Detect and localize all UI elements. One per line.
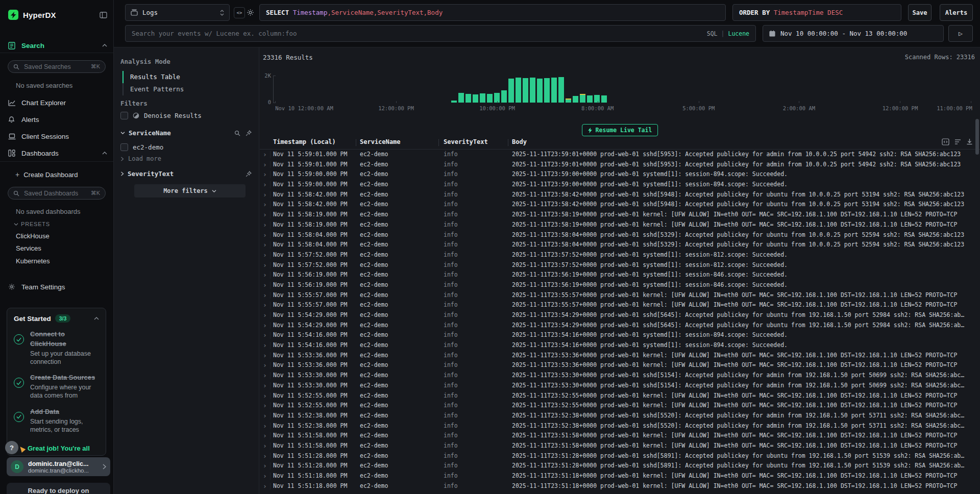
row-expand-icon[interactable]: › [263, 240, 267, 250]
row-expand-icon[interactable]: › [263, 220, 267, 230]
chart-bar[interactable] [473, 94, 478, 103]
filter-value-ec2-demo[interactable]: ec2-demo [120, 143, 163, 151]
row-expand-icon[interactable]: › [263, 461, 267, 471]
run-query-button[interactable]: ▷ [948, 25, 973, 42]
table-row[interactable]: ›Nov 11 5:58:42.000 PMec2-demoinfo2025-1… [260, 200, 980, 210]
row-expand-icon[interactable]: › [263, 451, 267, 461]
table-row[interactable]: ›Nov 11 5:51:58.000 PMec2-demoinfo2025-1… [260, 431, 980, 441]
sidebar-collapse-icon[interactable] [100, 12, 107, 18]
row-expand-icon[interactable]: › [263, 150, 267, 160]
chart-bar[interactable] [587, 95, 593, 103]
preset-services[interactable]: Services [16, 244, 41, 252]
row-expand-icon[interactable]: › [263, 210, 267, 220]
table-row[interactable]: ›Nov 11 5:58:04.000 PMec2-demoinfo2025-1… [260, 230, 980, 240]
checkbox[interactable] [120, 143, 128, 151]
table-row[interactable]: ›Nov 11 5:51:18.000 PMec2-demoinfo2025-1… [260, 471, 980, 481]
column-header-timestamp[interactable]: Timestamp (Local) [273, 138, 336, 145]
table-row[interactable]: ›Nov 11 5:54:16.000 PMec2-demoinfo2025-1… [260, 340, 980, 351]
table-row[interactable]: ›Nov 11 5:51:18.000 PMec2-demoinfo2025-1… [260, 481, 980, 491]
chart-bar[interactable] [544, 78, 550, 103]
resume-live-tail-button[interactable]: Resume Live Tail [582, 124, 658, 136]
column-header-body[interactable]: Body [512, 138, 527, 145]
table-row[interactable]: ›Nov 11 5:58:42.000 PMec2-demoinfo2025-1… [260, 190, 980, 200]
chart-bar[interactable] [601, 95, 607, 103]
table-row[interactable]: ›Nov 11 5:57:52.000 PMec2-demoinfo2025-1… [260, 260, 980, 270]
row-expand-icon[interactable]: › [263, 401, 267, 411]
chart-bar[interactable] [487, 94, 493, 103]
row-expand-icon[interactable]: › [263, 260, 267, 270]
row-expand-icon[interactable]: › [263, 230, 267, 240]
saved-dashboards-field[interactable] [23, 189, 89, 197]
get-started-item[interactable]: Connect to ClickHouseSet up your databas… [14, 329, 99, 366]
chart-bar[interactable] [523, 78, 528, 103]
row-expand-icon[interactable]: › [263, 180, 267, 190]
saved-dashboards-input[interactable]: ⌘K [8, 187, 106, 200]
table-row[interactable]: ›Nov 11 5:53:30.000 PMec2-demoinfo2025-1… [260, 381, 980, 391]
sidebar-item-client-sessions[interactable]: Client Sessions [8, 131, 107, 142]
row-expand-icon[interactable]: › [263, 370, 267, 381]
row-expand-icon[interactable]: › [263, 340, 267, 351]
row-expand-icon[interactable]: › [263, 330, 267, 340]
sidebar-item-dashboards[interactable]: Dashboards [8, 147, 107, 159]
table-row[interactable]: ›Nov 11 5:52:38.000 PMec2-demoinfo2025-1… [260, 421, 980, 431]
date-range-picker[interactable]: Nov 10 00:00:00 - Nov 13 00:00:00 [763, 25, 944, 42]
deploy-banner[interactable]: Ready to deploy on [7, 483, 110, 494]
create-dashboard-button[interactable]: + Create Dashboard [15, 169, 107, 180]
table-row[interactable]: ›Nov 11 5:53:30.000 PMec2-demoinfo2025-1… [260, 370, 980, 381]
chart-bar[interactable] [480, 93, 485, 103]
column-divider[interactable] [438, 139, 439, 146]
sidebar-item-search[interactable]: Search [8, 40, 107, 51]
table-row[interactable]: ›Nov 11 5:51:58.000 PMec2-demoinfo2025-1… [260, 441, 980, 451]
row-expand-icon[interactable]: › [263, 421, 267, 431]
table-row[interactable]: ›Nov 11 5:58:04.000 PMec2-demoinfo2025-1… [260, 240, 980, 250]
table-row[interactable]: ›Nov 11 5:55:57.000 PMec2-demoinfo2025-1… [260, 300, 980, 310]
column-divider[interactable] [508, 139, 508, 146]
row-expand-icon[interactable]: › [263, 381, 267, 391]
filter-group-severitytext[interactable]: SeverityText [120, 170, 252, 178]
sql-toggle[interactable]: SQL [707, 30, 718, 37]
row-expand-icon[interactable]: › [263, 441, 267, 451]
filter-group-servicename[interactable]: ServiceName [120, 129, 252, 137]
table-row[interactable]: ›Nov 11 5:55:57.000 PMec2-demoinfo2025-1… [260, 290, 980, 301]
row-expand-icon[interactable]: › [263, 471, 267, 481]
saved-searches-field[interactable] [23, 63, 89, 71]
mode-event-patterns[interactable]: Event Patterns [122, 83, 253, 95]
table-row[interactable]: ›Nov 11 5:54:16.000 PMec2-demoinfo2025-1… [260, 330, 980, 340]
gear-icon-button[interactable] [245, 7, 255, 17]
chart-bar[interactable] [516, 78, 521, 103]
table-row[interactable]: ›Nov 11 5:51:28.000 PMec2-demoinfo2025-1… [260, 451, 980, 461]
column-divider[interactable] [356, 139, 356, 146]
chart-bar[interactable] [508, 79, 514, 103]
row-expand-icon[interactable]: › [263, 270, 267, 280]
row-expand-icon[interactable]: › [263, 200, 267, 210]
row-expand-icon[interactable]: › [263, 190, 267, 200]
table-row[interactable]: ›Nov 11 5:53:36.000 PMec2-demoinfo2025-1… [260, 360, 980, 370]
mode-results-table[interactable]: Results Table [122, 71, 253, 83]
table-row[interactable]: ›Nov 11 5:59:01.000 PMec2-demoinfo2025-1… [260, 160, 980, 170]
user-menu[interactable]: D dominic.tran@clic... dominic.tran@clic… [7, 457, 110, 476]
event-search-input[interactable] [126, 26, 755, 41]
chart-bar[interactable] [594, 95, 600, 103]
chart-bar[interactable] [530, 78, 535, 103]
row-expand-icon[interactable]: › [263, 411, 267, 421]
column-header-severitytext[interactable]: SeverityText [444, 138, 488, 145]
chart-bar[interactable] [558, 77, 564, 103]
code-view-icon[interactable] [942, 138, 949, 145]
row-expand-icon[interactable]: › [263, 431, 267, 441]
preset-kubernetes[interactable]: Kubernetes [16, 257, 50, 265]
chart-bar[interactable] [573, 96, 578, 103]
table-row[interactable]: ›Nov 11 5:51:28.000 PMec2-demoinfo2025-1… [260, 461, 980, 471]
chart-bar[interactable] [537, 79, 543, 103]
row-expand-icon[interactable]: › [263, 360, 267, 370]
pin-icon[interactable] [246, 130, 252, 136]
more-filters-button[interactable]: More filters [134, 184, 246, 197]
alerts-button[interactable]: Alerts [940, 4, 973, 21]
row-expand-icon[interactable]: › [263, 280, 267, 290]
sidebar-item-chart-explorer[interactable]: Chart Explorer [8, 97, 107, 108]
table-row[interactable]: ›Nov 11 5:59:00.000 PMec2-demoinfo2025-1… [260, 180, 980, 190]
chart-bar[interactable] [451, 101, 457, 103]
chevron-up-icon[interactable] [94, 316, 99, 320]
row-expand-icon[interactable]: › [263, 310, 267, 320]
sidebar-item-team-settings[interactable]: Team Settings [8, 281, 107, 292]
chart-bar[interactable] [501, 90, 507, 103]
